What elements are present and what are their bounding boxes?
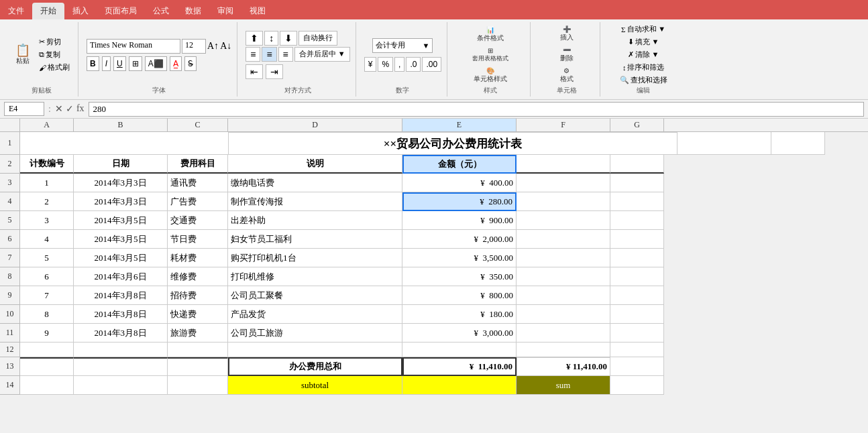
cell-f8[interactable] bbox=[517, 267, 610, 286]
clear-button[interactable]: ✗清除 ▼ bbox=[625, 49, 662, 60]
cell-d10[interactable]: 产品发货 bbox=[228, 305, 402, 324]
font-color-button[interactable]: A̲ bbox=[170, 56, 182, 71]
cell-e14[interactable] bbox=[402, 376, 517, 395]
bottom-align-button[interactable]: ⬇ bbox=[280, 31, 297, 46]
cell-b3[interactable]: 2014年3月3日 bbox=[74, 174, 168, 192]
cell-styles-button[interactable]: 🎨单元格样式 bbox=[471, 66, 510, 85]
cell-f3[interactable] bbox=[517, 174, 610, 192]
confirm-formula-icon[interactable]: ✓ bbox=[66, 103, 74, 115]
middle-align-button[interactable]: ↕ bbox=[264, 31, 278, 46]
cell-e7[interactable]: ¥ 3,500.00 bbox=[402, 249, 517, 267]
cell-g14[interactable] bbox=[610, 376, 664, 395]
cell-c4[interactable]: 广告费 bbox=[168, 192, 228, 211]
cell-c6[interactable]: 节日费 bbox=[168, 230, 228, 249]
cell-a11[interactable]: 9 bbox=[20, 324, 74, 343]
tab-file[interactable]: 文件 bbox=[0, 3, 32, 19]
cell-f11[interactable] bbox=[517, 324, 610, 343]
cell-f1[interactable] bbox=[677, 132, 771, 155]
cell-c12[interactable] bbox=[168, 343, 228, 357]
cell-c8[interactable]: 维修费 bbox=[168, 267, 228, 286]
cell-g7[interactable] bbox=[610, 249, 664, 267]
cell-d11[interactable]: 公司员工旅游 bbox=[228, 324, 402, 343]
cell-b5[interactable]: 2014年3月5日 bbox=[74, 211, 168, 230]
cell-f2[interactable] bbox=[517, 155, 610, 174]
cell-c2[interactable]: 费用科目 bbox=[168, 155, 228, 174]
copy-button[interactable]: ⧉复制 bbox=[36, 49, 72, 60]
paste-button[interactable]: 📋 粘贴 bbox=[11, 43, 35, 67]
shrink-icon[interactable]: A↓ bbox=[220, 41, 231, 52]
increase-decimal-button[interactable]: .0 bbox=[406, 57, 421, 72]
formula-input[interactable]: 280 bbox=[89, 102, 864, 117]
cell-c3[interactable]: 通讯费 bbox=[168, 174, 228, 192]
cell-c10[interactable]: 快递费 bbox=[168, 305, 228, 324]
strikethrough-button[interactable]: S̶ bbox=[184, 56, 197, 71]
cell-a14[interactable] bbox=[20, 376, 74, 395]
cell-g9[interactable] bbox=[610, 286, 664, 305]
cell-a1[interactable] bbox=[20, 132, 74, 155]
comma-button[interactable]: , bbox=[394, 57, 404, 72]
cell-b10[interactable]: 2014年3月8日 bbox=[74, 305, 168, 324]
cell-c5[interactable]: 交通费 bbox=[168, 211, 228, 230]
cell-d7[interactable]: 购买打印机机1台 bbox=[228, 249, 402, 267]
cell-b14[interactable] bbox=[74, 376, 168, 395]
cell-g2[interactable] bbox=[610, 155, 664, 174]
cell-b13[interactable] bbox=[74, 357, 168, 376]
cell-a4[interactable]: 2 bbox=[20, 192, 74, 211]
cell-d14[interactable]: subtotal bbox=[228, 376, 402, 395]
cell-g10[interactable] bbox=[610, 305, 664, 324]
cell-d5[interactable]: 出差补助 bbox=[228, 211, 402, 230]
cell-f5[interactable] bbox=[517, 211, 610, 230]
cell-e2[interactable]: 金额（元） bbox=[402, 155, 517, 174]
decrease-decimal-button[interactable]: .00 bbox=[422, 57, 441, 72]
cell-e8[interactable]: ¥ 350.00 bbox=[402, 267, 517, 286]
cell-d8[interactable]: 打印机维修 bbox=[228, 267, 402, 286]
cell-c7[interactable]: 耗材费 bbox=[168, 249, 228, 267]
cell-f14[interactable]: sum bbox=[517, 376, 610, 395]
cell-a7[interactable]: 5 bbox=[20, 249, 74, 267]
cell-e3[interactable]: ¥ 400.00 bbox=[402, 174, 517, 192]
insert-function-icon[interactable]: fx bbox=[76, 103, 85, 115]
cell-a5[interactable]: 3 bbox=[20, 211, 74, 230]
tab-view[interactable]: 视图 bbox=[241, 3, 274, 19]
left-align-button[interactable]: ≡ bbox=[246, 47, 260, 62]
cell-d1-merged[interactable]: ××贸易公司办公费用统计表 bbox=[228, 132, 677, 155]
cell-e9[interactable]: ¥ 800.00 bbox=[402, 286, 517, 305]
cell-a2[interactable]: 计数编号 bbox=[20, 155, 74, 174]
tab-page-layout[interactable]: 页面布局 bbox=[97, 3, 145, 19]
format-button[interactable]: ⚙格式 bbox=[555, 66, 579, 85]
cell-b7[interactable]: 2014年3月5日 bbox=[74, 249, 168, 267]
bold-button[interactable]: B bbox=[87, 56, 99, 71]
cell-e5[interactable]: ¥ 900.00 bbox=[402, 211, 517, 230]
cell-b9[interactable]: 2014年3月8日 bbox=[74, 286, 168, 305]
cell-g8[interactable] bbox=[610, 267, 664, 286]
cell-f9[interactable] bbox=[517, 286, 610, 305]
cell-d3[interactable]: 缴纳电话费 bbox=[228, 174, 402, 192]
tab-data[interactable]: 数据 bbox=[177, 3, 209, 19]
cell-e11[interactable]: ¥ 3,000.00 bbox=[402, 324, 517, 343]
cell-a8[interactable]: 6 bbox=[20, 267, 74, 286]
cell-f13[interactable]: ¥ 11,410.00 bbox=[517, 357, 610, 376]
cell-e12[interactable] bbox=[402, 343, 517, 357]
center-align-button[interactable]: ≡ bbox=[262, 47, 276, 62]
cell-g5[interactable] bbox=[610, 211, 664, 230]
cell-d2[interactable]: 说明 bbox=[228, 155, 402, 174]
cell-f12[interactable] bbox=[517, 343, 610, 357]
cell-a12[interactable] bbox=[20, 343, 74, 357]
cell-c14[interactable] bbox=[168, 376, 228, 395]
cell-g12[interactable] bbox=[610, 343, 664, 357]
cell-a13[interactable] bbox=[20, 357, 74, 376]
find-select-button[interactable]: 🔍查找和选择 bbox=[617, 74, 670, 86]
cell-a10[interactable]: 8 bbox=[20, 305, 74, 324]
underline-button[interactable]: U bbox=[113, 56, 126, 71]
sort-filter-button[interactable]: ↕排序和筛选 bbox=[620, 62, 667, 73]
cell-d4[interactable]: 制作宣传海报 bbox=[228, 192, 402, 211]
cell-c11[interactable]: 旅游费 bbox=[168, 324, 228, 343]
top-align-button[interactable]: ⬆ bbox=[246, 31, 263, 46]
cell-g6[interactable] bbox=[610, 230, 664, 249]
fill-button[interactable]: ⬇填充 ▼ bbox=[625, 36, 662, 48]
cell-g3[interactable] bbox=[610, 174, 664, 192]
cell-c1[interactable] bbox=[168, 132, 228, 155]
number-format-dropdown[interactable]: 会计专用 ▼ bbox=[372, 38, 433, 53]
conditional-format-button[interactable]: 📊条件格式 bbox=[474, 25, 506, 44]
cell-d12[interactable] bbox=[228, 343, 402, 357]
